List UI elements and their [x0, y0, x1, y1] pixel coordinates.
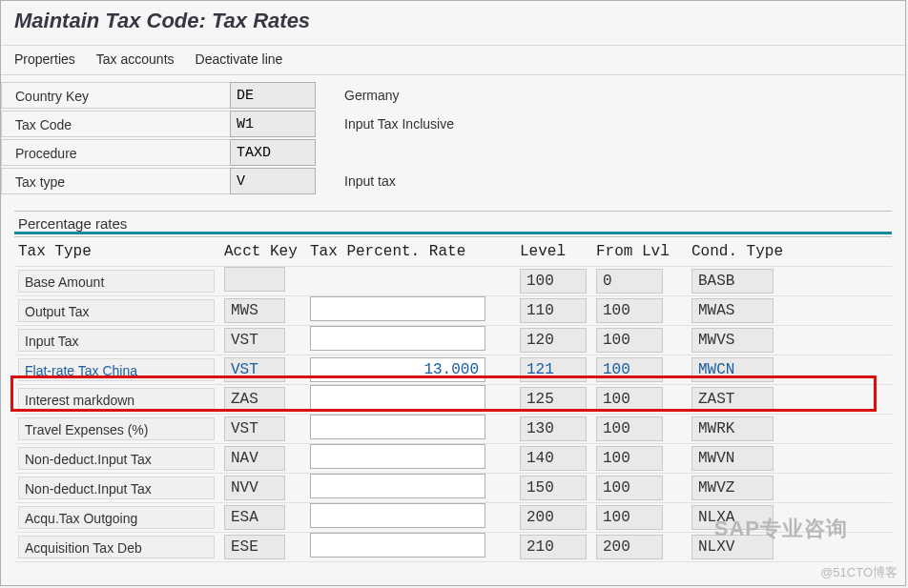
level-cell: 121: [520, 357, 587, 382]
from-level-cell: 100: [596, 387, 663, 412]
tax-code-label: Tax Code: [1, 111, 230, 137]
tax-type-cell: Output Tax: [18, 299, 215, 322]
acct-key-cell: ESE: [224, 535, 285, 559]
cond-type-cell: BASB: [691, 269, 774, 294]
from-level-cell: 100: [596, 416, 663, 441]
section-title: Percentage rates: [14, 212, 892, 234]
grid-header-row: Tax Type Acct Key Tax Percent. Rate Leve…: [14, 237, 892, 267]
cond-type-cell: MWRK: [691, 416, 774, 441]
col-acct-key: Acct Key: [224, 243, 310, 260]
level-cell: 100: [520, 269, 587, 294]
table-row[interactable]: Non-deduct.Input TaxNVV150100MWVZ: [14, 474, 892, 503]
tax-code-input[interactable]: [230, 111, 316, 137]
sap-window: Maintain Tax Code: Tax Rates Properties …: [0, 0, 906, 586]
rates-grid: Tax Type Acct Key Tax Percent. Rate Leve…: [14, 236, 892, 562]
col-tax-type: Tax Type: [14, 243, 224, 260]
level-cell: 110: [520, 298, 587, 323]
table-row[interactable]: Non-deduct.Input TaxNAV140100MWVN: [14, 444, 892, 474]
procedure-input[interactable]: [230, 139, 316, 166]
from-level-cell: 0: [596, 269, 663, 294]
acct-key-cell: MWS: [224, 298, 285, 323]
tax-percent-rate-input[interactable]: [310, 474, 485, 498]
table-row[interactable]: Flat-rate Tax ChinaVST13.000121100MWCN: [14, 355, 892, 385]
col-cond-type: Cond. Type: [691, 243, 796, 260]
cond-type-cell: MWVZ: [691, 476, 774, 500]
level-cell: 120: [520, 328, 587, 353]
tax-type-cell: Acqu.Tax Outgoing: [18, 506, 215, 529]
from-level-cell: 100: [596, 476, 663, 500]
level-cell: 140: [520, 446, 587, 471]
procedure-row: Procedure: [1, 138, 905, 167]
col-level: Level: [520, 243, 596, 260]
acct-key-cell: NVV: [224, 476, 285, 500]
table-row[interactable]: Acquisition Tax DebESE210200NLXV: [14, 533, 892, 562]
procedure-label: Procedure: [1, 139, 230, 166]
from-level-cell: 100: [596, 328, 663, 353]
tax-type-cell: Non-deduct.Input Tax: [18, 476, 215, 499]
tax-type-cell: Input Tax: [18, 329, 215, 352]
tax-type-input[interactable]: [230, 168, 316, 194]
cond-type-cell: NLXA: [691, 505, 774, 530]
table-row[interactable]: Input TaxVST120100MWVS: [14, 326, 892, 355]
tax-type-cell: Base Amount: [18, 270, 215, 293]
from-level-cell: 100: [596, 505, 663, 530]
level-cell: 210: [520, 535, 587, 559]
tax-percent-rate-input[interactable]: [310, 444, 485, 469]
tax-type-row: Tax type Input tax: [1, 167, 905, 195]
tax-code-desc: Input Tax Inclusive: [316, 116, 454, 132]
page-title: Maintain Tax Code: Tax Rates: [1, 1, 905, 46]
tax-code-row: Tax Code Input Tax Inclusive: [1, 110, 905, 138]
from-level-cell: 100: [596, 357, 663, 382]
cond-type-cell: MWVS: [691, 328, 774, 353]
toolbar: Properties Tax accounts Deactivate line: [1, 46, 905, 75]
acct-key-cell: [224, 267, 285, 292]
tax-type-label: Tax type: [1, 168, 230, 194]
deactivate-line-button[interactable]: Deactivate line: [196, 51, 283, 67]
from-level-cell: 200: [596, 535, 663, 559]
from-level-cell: 100: [596, 446, 663, 471]
level-cell: 200: [520, 505, 587, 530]
level-cell: 130: [520, 416, 587, 441]
tax-accounts-button[interactable]: Tax accounts: [96, 51, 175, 67]
tax-type-cell: Acquisition Tax Deb: [18, 536, 215, 558]
country-key-row: Country Key Germany: [1, 81, 905, 110]
table-row[interactable]: Travel Expenses (%)VST130100MWRK: [14, 415, 892, 444]
country-key-desc: Germany: [316, 88, 400, 103]
table-row[interactable]: Interest markdownZAS125100ZAST: [14, 385, 892, 415]
percentage-rates-section: Percentage rates Tax Type Acct Key Tax P…: [14, 211, 892, 562]
acct-key-cell: ESA: [224, 505, 285, 530]
country-key-label: Country Key: [1, 82, 230, 109]
col-from-lvl: From Lvl: [596, 243, 691, 260]
tax-percent-rate-input[interactable]: [310, 415, 485, 439]
level-cell: 150: [520, 476, 587, 500]
table-row[interactable]: Output TaxMWS110100MWAS: [14, 296, 892, 326]
col-rate: Tax Percent. Rate: [310, 243, 520, 260]
tax-type-cell: Interest markdown: [18, 388, 215, 411]
cond-type-cell: ZAST: [691, 387, 774, 412]
tax-type-cell: Travel Expenses (%): [18, 417, 215, 440]
tax-percent-rate-input[interactable]: [310, 503, 485, 528]
tax-percent-rate-input[interactable]: [310, 385, 485, 410]
table-row[interactable]: Base Amount1000BASB: [14, 267, 892, 296]
cond-type-cell: MWCN: [691, 357, 774, 382]
cond-type-cell: MWVN: [691, 446, 774, 471]
country-key-input[interactable]: [230, 82, 316, 109]
tax-percent-rate-input[interactable]: [310, 533, 485, 558]
acct-key-cell: ZAS: [224, 387, 285, 412]
tax-percent-rate-input[interactable]: [310, 296, 485, 321]
tax-type-cell: Non-deduct.Input Tax: [18, 447, 215, 470]
tax-type-desc: Input tax: [316, 173, 396, 189]
watermark-blog: @51CTO博客: [820, 564, 898, 581]
table-row[interactable]: Acqu.Tax OutgoingESA200100NLXA: [14, 503, 892, 533]
properties-button[interactable]: Properties: [14, 51, 75, 67]
header-form: Country Key Germany Tax Code Input Tax I…: [1, 75, 905, 201]
from-level-cell: 100: [596, 298, 663, 323]
acct-key-cell: VST: [224, 416, 285, 441]
tax-percent-rate-input[interactable]: [310, 326, 485, 351]
level-cell: 125: [520, 387, 587, 412]
acct-key-cell: NAV: [224, 446, 285, 471]
acct-key-cell: VST: [224, 357, 285, 382]
tax-percent-rate-input[interactable]: 13.000: [310, 357, 485, 382]
acct-key-cell: VST: [224, 328, 285, 353]
cond-type-cell: MWAS: [691, 298, 774, 323]
